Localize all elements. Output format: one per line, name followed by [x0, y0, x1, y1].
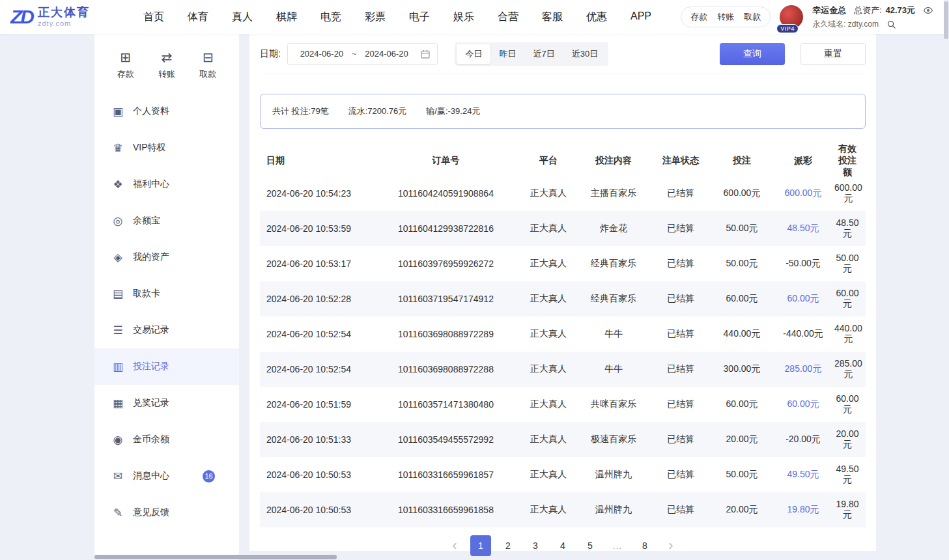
- column-header: 注单状态: [649, 155, 712, 167]
- sidebar-item-withdraw-card[interactable]: ▤ 取款卡: [94, 275, 239, 312]
- sidebar-item-vip[interactable]: ♛ VIP特权: [94, 130, 239, 166]
- page-button-5[interactable]: 5: [580, 535, 601, 556]
- transfer-icon: ⇄: [162, 51, 173, 64]
- cell-order-number: 1011604240591908864: [373, 188, 519, 199]
- column-header: 有效投注额: [834, 143, 860, 178]
- page-button-ellipsis[interactable]: ...: [607, 535, 628, 556]
- nav-item[interactable]: APP: [630, 10, 651, 24]
- cell-payout: -20.00元: [772, 434, 834, 445]
- mail-icon: ✉: [111, 469, 124, 483]
- vertical-scrollbar-thumb[interactable]: [944, 1, 948, 39]
- nav-item[interactable]: 棋牌: [276, 10, 297, 24]
- table-row: 2024-06-20 10:50:53 1011603316659961858 …: [260, 492, 866, 527]
- nav-item[interactable]: 电竞: [320, 10, 341, 24]
- cell-date: 2024-06-20 10:51:33: [265, 434, 373, 445]
- summary-winloss: 输/赢:-39.24元: [426, 105, 480, 117]
- cell-valid-bet: 60.00元: [834, 288, 860, 310]
- reset-button[interactable]: 重置: [800, 43, 866, 65]
- search-button[interactable]: [886, 20, 896, 29]
- nav-item[interactable]: 优惠: [586, 10, 607, 24]
- user-avatar[interactable]: VIP4: [780, 5, 803, 29]
- quick-action-deposit[interactable]: ⊞ 存款: [117, 51, 134, 80]
- nav-item[interactable]: 合营: [498, 10, 518, 24]
- page-button-3[interactable]: 3: [525, 535, 546, 556]
- horizontal-scrollbar-thumb[interactable]: [94, 555, 337, 559]
- range-button-last-30-days[interactable]: 近30日: [563, 44, 606, 64]
- quick-action-transfer[interactable]: ⇄ 转账: [158, 51, 175, 80]
- cell-status: 已结算: [649, 399, 712, 410]
- deposit-icon: ⊞: [120, 51, 131, 64]
- cell-bet-amount: 60.00元: [712, 293, 772, 305]
- cell-bet-amount: 20.00元: [712, 434, 772, 445]
- cell-payout: 48.50元: [772, 223, 834, 234]
- range-button-today[interactable]: 今日: [457, 44, 490, 64]
- feedback-icon: ✎: [111, 506, 124, 520]
- sidebar-item-messages[interactable]: ✉ 消息中心 16: [94, 458, 239, 494]
- eye-icon: [923, 5, 933, 16]
- quick-action-label: 存款: [117, 68, 134, 80]
- cell-bet-content: 牛牛: [578, 328, 649, 340]
- sidebar-item-profile[interactable]: ▣ 个人资料: [94, 93, 239, 130]
- sidebar-item-gold-balance[interactable]: ◉ 金币余额: [94, 421, 239, 458]
- cell-order-number: 1011603571471380480: [373, 399, 519, 410]
- table-row: 2024-06-20 10:50:53 1011603316659961857 …: [260, 457, 866, 492]
- quick-action-withdraw[interactable]: ⊟ 取款: [199, 51, 216, 80]
- cell-status: 已结算: [649, 188, 712, 199]
- nav-item[interactable]: 客服: [542, 10, 563, 24]
- column-header: 平台: [519, 155, 578, 167]
- permanent-domain-label: 永久域名: zdty.com: [812, 19, 879, 30]
- date-from-input[interactable]: [294, 49, 349, 59]
- range-button-last-7-days[interactable]: 近7日: [524, 44, 563, 64]
- sidebar-item-label: 取款卡: [133, 288, 160, 300]
- table-row: 2024-06-20 10:53:17 1011603976959926272 …: [260, 246, 866, 281]
- wallet-action-withdraw[interactable]: 取款: [744, 11, 761, 23]
- sidebar-item-redeem-records[interactable]: ▦ 兑奖记录: [94, 385, 239, 421]
- cell-status: 已结算: [649, 328, 712, 340]
- gift-icon: ❖: [111, 178, 124, 191]
- cell-bet-amount: 60.00元: [712, 399, 772, 410]
- nav-item[interactable]: 真人: [232, 10, 253, 24]
- sidebar-item-my-assets[interactable]: ◈ 我的资产: [94, 239, 239, 275]
- cell-order-number: 1011603549455572992: [373, 434, 519, 445]
- nav-item[interactable]: 体育: [188, 10, 208, 24]
- nav-item[interactable]: 彩票: [365, 10, 386, 24]
- range-button-yesterday[interactable]: 昨日: [490, 44, 524, 64]
- cell-payout: 19.80元: [772, 504, 834, 516]
- cell-bet-amount: 50.00元: [712, 258, 772, 270]
- date-to-input[interactable]: [359, 49, 414, 59]
- page-button-8[interactable]: 8: [634, 535, 655, 556]
- sidebar-item-label: 兑奖记录: [133, 397, 169, 409]
- toggle-balance-visibility-button[interactable]: [923, 5, 933, 16]
- sidebar-item-feedback[interactable]: ✎ 意见反馈: [94, 494, 239, 531]
- sidebar-item-label: 福利中心: [133, 178, 169, 190]
- nav-item[interactable]: 娱乐: [453, 10, 474, 24]
- crown-icon: ♛: [111, 141, 124, 155]
- page-button-2[interactable]: 2: [498, 535, 518, 556]
- page-button-1[interactable]: 1: [470, 535, 491, 556]
- next-page-button[interactable]: ›: [662, 535, 680, 556]
- cell-status: 已结算: [649, 223, 712, 234]
- cell-date: 2024-06-20 10:53:17: [265, 259, 373, 269]
- cell-date: 2024-06-20 10:52:54: [265, 329, 373, 339]
- table-row: 2024-06-20 10:51:33 1011603549455572992 …: [260, 422, 866, 457]
- date-range-picker[interactable]: ~: [287, 43, 438, 65]
- cell-status: 已结算: [649, 363, 712, 375]
- prev-page-button[interactable]: ‹: [446, 535, 464, 556]
- brand-logo[interactable]: ZD 正大体育 zdty.com: [10, 6, 126, 27]
- cell-date: 2024-06-20 10:54:23: [265, 188, 373, 199]
- cell-platform: 正大真人: [519, 504, 578, 516]
- search-query-button[interactable]: 查询: [720, 43, 785, 65]
- wallet-action-deposit[interactable]: 存款: [690, 11, 707, 23]
- sidebar-item-transactions[interactable]: ☰ 交易记录: [94, 312, 239, 348]
- brand-domain: zdty.com: [38, 20, 90, 28]
- nav-item[interactable]: 电子: [409, 10, 430, 24]
- quick-action-label: 转账: [158, 68, 175, 80]
- wallet-action-transfer[interactable]: 转账: [717, 11, 734, 23]
- sidebar-item-bet-records[interactable]: ▥ 投注记录: [94, 348, 239, 385]
- nav-item[interactable]: 首页: [143, 10, 164, 24]
- page-button-4[interactable]: 4: [552, 535, 573, 556]
- cell-payout: 49.50元: [772, 469, 834, 481]
- calendar-icon[interactable]: [420, 49, 431, 59]
- sidebar-item-yuebao[interactable]: ◎ 余额宝: [94, 203, 239, 239]
- sidebar-item-welfare[interactable]: ❖ 福利中心: [94, 166, 239, 203]
